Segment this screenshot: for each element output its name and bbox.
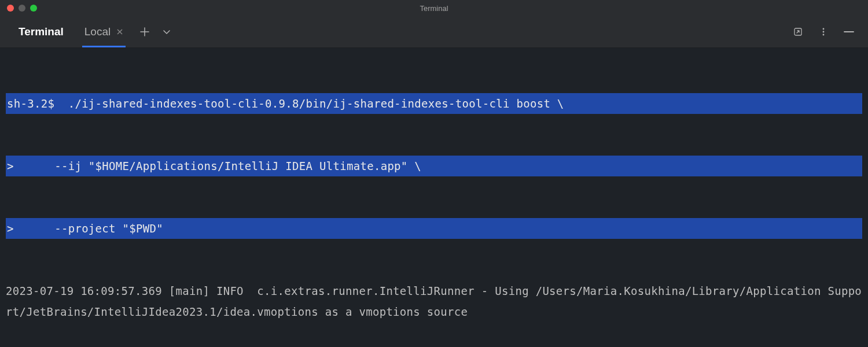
svg-point-3 [823,34,825,36]
tab-label: Local [84,25,111,38]
svg-point-1 [823,28,825,30]
svg-point-2 [823,31,825,33]
tab-dropdown-icon[interactable] [158,23,175,40]
tab-local[interactable]: Local [76,16,131,47]
terminal-selected-line: > --project "$PWD" [6,218,862,239]
maximize-panel-icon[interactable] [789,23,807,40]
tab-label: Terminal [19,25,64,38]
hide-panel-icon[interactable] [840,23,858,40]
traffic-lights [7,5,37,12]
terminal-output[interactable]: sh-3.2$ ./ij-shared-indexes-tool-cli-0.9… [0,48,868,347]
window-title: Terminal [420,4,448,13]
tab-underline [82,46,126,47]
close-tab-icon[interactable] [116,28,123,35]
window-maximize-button[interactable] [30,5,37,12]
window-titlebar: Terminal [0,0,868,16]
more-options-icon[interactable] [815,23,832,40]
window-minimize-button[interactable] [19,5,25,12]
window-close-button[interactable] [7,5,14,12]
new-tab-button[interactable] [136,23,153,40]
terminal-selected-line: > --ij "$HOME/Applications/IntelliJ IDEA… [6,156,862,176]
terminal-log-line: 2023-07-19 16:09:57.369 [main] INFO c.i.… [6,280,862,322]
tab-terminal[interactable]: Terminal [10,16,72,47]
tab-bar: Terminal Local [0,16,868,48]
terminal-selected-line: sh-3.2$ ./ij-shared-indexes-tool-cli-0.9… [6,93,862,114]
